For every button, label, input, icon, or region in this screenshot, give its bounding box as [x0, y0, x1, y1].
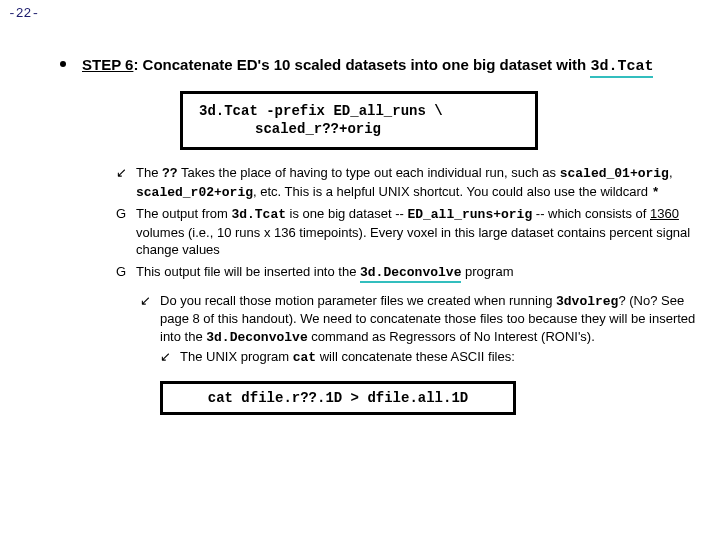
slide-content: STEP 6: Concatenate ED's 10 scaled datas…	[60, 55, 696, 415]
sub-item-output: G The output from 3d.Tcat is one big dat…	[116, 205, 696, 259]
code-line-2: scaled_r??+orig	[199, 120, 519, 139]
t: -- which consists of	[532, 206, 650, 221]
t: ,	[669, 165, 673, 180]
t: The	[136, 165, 162, 180]
t: volumes (i.e., 10 runs x 136 timepoints)…	[136, 225, 690, 258]
arrow-compass-icon: G	[116, 263, 136, 281]
t: will concatenate these ASCII files:	[316, 349, 515, 364]
tool-cat: cat	[293, 350, 316, 365]
example-file-2: scaled_r02+orig	[136, 185, 253, 200]
t: The output from	[136, 206, 231, 221]
t: Do you recall those motion parameter fil…	[160, 293, 556, 308]
t: Takes the place of having to type out ea…	[178, 165, 560, 180]
step-heading: STEP 6: Concatenate ED's 10 scaled datas…	[82, 55, 653, 77]
t: command as Regressors of No Interest (RO…	[308, 329, 595, 344]
sub-item-recall: ↙ Do you recall those motion parameter f…	[140, 292, 696, 371]
t: program	[461, 264, 513, 279]
sub-text-insert: This output file will be inserted into t…	[136, 263, 696, 282]
step-tool-name: 3d.Tcat	[590, 58, 653, 78]
step-heading-row: STEP 6: Concatenate ED's 10 scaled datas…	[60, 55, 696, 77]
arrow-compass-icon: G	[116, 205, 136, 223]
arrow-down-left-icon: ↙	[140, 292, 160, 310]
t: , etc. This is a helpful UNIX shortcut. …	[253, 184, 652, 199]
code-block-2: cat dfile.r??.1D > dfile.all.1D	[160, 381, 516, 415]
sub-text-wildcard: The ?? Takes the place of having to type…	[136, 164, 696, 201]
example-file-1: scaled_01+orig	[560, 166, 669, 181]
sub-text-output: The output from 3d.Tcat is one big datas…	[136, 205, 696, 259]
sub-item-wildcard: ↙ The ?? Takes the place of having to ty…	[116, 164, 696, 201]
arrow-down-left-icon: ↙	[160, 348, 180, 366]
sub-item-cat: ↙ The UNIX program cat will concatenate …	[160, 348, 696, 367]
tool-3dtcat: 3d.Tcat	[231, 207, 286, 222]
t: This output file will be inserted into t…	[136, 264, 360, 279]
wildcard-star: *	[652, 185, 660, 200]
bullet-disc-icon	[60, 61, 66, 67]
tool-3ddeconvolve: 3d.Deconvolve	[360, 265, 461, 283]
code-block-1: 3d.Tcat -prefix ED_all_runs \ scaled_r??…	[180, 91, 538, 151]
code-line-1: 3d.Tcat -prefix ED_all_runs \	[199, 102, 519, 121]
wildcard-qq: ??	[162, 166, 178, 181]
sub-text-cat: The UNIX program cat will concatenate th…	[180, 348, 696, 367]
sub-bullets-1: ↙ The ?? Takes the place of having to ty…	[116, 164, 696, 281]
sub-text-recall: Do you recall those motion parameter fil…	[160, 292, 696, 371]
page-number: -22-	[8, 6, 39, 21]
arrow-down-left-icon: ↙	[116, 164, 136, 182]
sub-bullets-2: ↙ Do you recall those motion parameter f…	[140, 292, 696, 371]
step-label: STEP 6	[82, 56, 133, 73]
tool-3ddeconvolve-2: 3d.Deconvolve	[206, 330, 307, 345]
sub-item-insert: G This output file will be inserted into…	[116, 263, 696, 282]
t: is one big dataset --	[286, 206, 407, 221]
step-title-text: : Concatenate ED's 10 scaled datasets in…	[133, 56, 590, 73]
t: The UNIX program	[180, 349, 293, 364]
tool-3dvolreg: 3dvolreg	[556, 294, 618, 309]
output-dataset: ED_all_runs+orig	[407, 207, 532, 222]
volume-count: 1360	[650, 206, 679, 221]
